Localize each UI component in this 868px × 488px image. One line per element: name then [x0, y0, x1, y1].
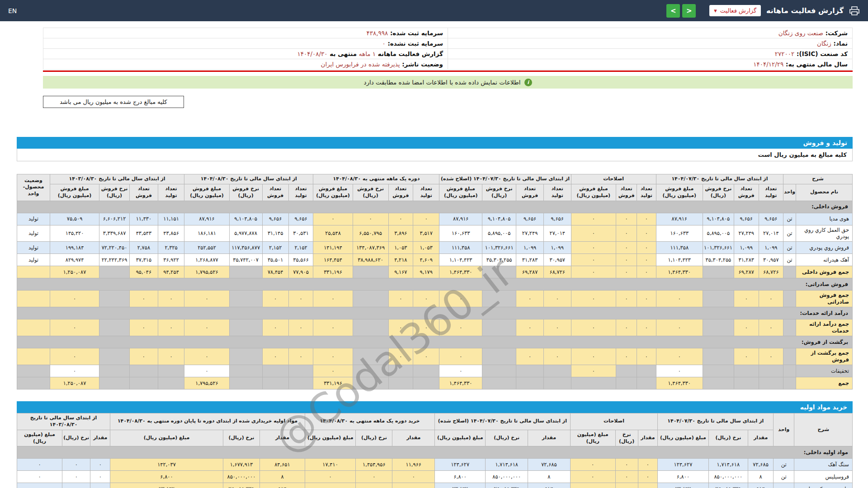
value-cell: ۴,۲۱۸ [388, 254, 413, 266]
column-header: تعداد فروش [388, 184, 413, 201]
column-header: تعداد فروش [129, 184, 158, 201]
report-type-label: گزارش فعالیت [720, 7, 756, 14]
column-header: تعداد تولید [158, 184, 184, 201]
column-header: مبلغ فروش (میلیون ریال) [50, 184, 99, 201]
value-cell [482, 266, 516, 278]
value-cell: ۰ [313, 213, 353, 225]
value-cell: ۹,۶۵۶ [759, 213, 783, 225]
language-toggle[interactable]: EN [8, 7, 17, 14]
value-cell: ۰ [571, 348, 616, 365]
table-row: مواد اولیه داخلی: [17, 446, 853, 459]
company-cell: گزارش فعالیت ماهانه ۱ ماهه منتهی به ۱۴۰۴… [43, 49, 448, 59]
row-label: ماده معدنی کم عیار [794, 483, 853, 488]
value-cell: ۰ [439, 348, 482, 365]
company-row: سال مالی منتهی به: ۱۴۰۴/۱۲/۲۹وضعیت ناشر:… [43, 59, 853, 70]
value-cell: ۷۲,۲۲۰,۴۵۰ [99, 242, 130, 254]
value-cell: ۱,۴۶۴,۳۳۰ [656, 377, 703, 389]
printer-icon[interactable] [849, 6, 860, 16]
value-cell: ۶۹,۲۸۷ [516, 266, 544, 278]
unit-cell: تن [774, 483, 794, 488]
status-cell [17, 365, 50, 377]
value-cell [413, 365, 439, 377]
value-cell: ۲۷,۲۴۹ [734, 225, 759, 242]
value-cell: ۹,۶۵۶ [543, 213, 571, 225]
value-cell: ۲۳,۸۴۲ [435, 483, 486, 488]
page-title: گزارش فعالیت ماهانه [766, 6, 844, 15]
unit-cell: تن [783, 225, 796, 242]
value-cell [637, 365, 656, 377]
column-header: شرح [794, 413, 853, 446]
value-cell [129, 377, 158, 389]
company-cell: سال مالی منتهی به: ۱۴۰۴/۱۲/۲۹ [448, 59, 853, 70]
value-cell [229, 291, 262, 307]
column-header: اصلاحات [571, 174, 656, 184]
value-cell: ۱۹۹,۱۸۴ [50, 242, 99, 254]
value-cell: ۰ [570, 471, 615, 483]
value-cell: ۱۷,۴۱۰ [305, 459, 355, 471]
value-cell: ۰ [734, 319, 759, 336]
field-value: ۴۳۸,۹۹۸ [366, 29, 388, 37]
column-header: وضعیت محصول-واحد [17, 174, 50, 201]
value-cell: ۰ [543, 319, 571, 336]
value-cell: ۰ [62, 471, 90, 483]
materials-table-container: شرحواحداز ابتدای سال مالی تا تاریخ ۱۴۰۴/… [17, 413, 853, 488]
value-cell: ۰ [62, 483, 90, 488]
value-cell [353, 377, 388, 389]
value-cell: ۱۱۱,۳۵۸ [656, 242, 703, 254]
table-row: فروش روي پودريتن۱,۰۹۹۱,۰۹۹۱۰۱,۳۲۶,۶۶۱۱۱۱… [17, 242, 853, 254]
unit-cell: تن [783, 242, 796, 254]
chevron-right-button[interactable]: > [682, 4, 696, 18]
unit-cell [783, 266, 796, 278]
value-cell: ۶,۵۵۰,۷۹۵ [353, 225, 388, 242]
value-cell: ۰ [158, 319, 184, 336]
value-cell: ۱,۰۹۹ [734, 242, 759, 254]
value-cell: ۶,۸۰۰ [110, 471, 223, 483]
value-cell: ۰ [759, 348, 783, 365]
value-cell: ۰ [616, 291, 637, 307]
status-cell [17, 348, 50, 365]
unit-cell [783, 291, 796, 307]
column-header: مقدار [90, 430, 110, 446]
column-header: تعداد تولید [543, 184, 571, 201]
field-value: ۱ ماهه [359, 50, 376, 57]
value-cell: ۹,۶۵۶ [262, 213, 288, 225]
value-cell [759, 365, 783, 377]
value-cell [759, 377, 783, 389]
value-cell: ۰ [516, 319, 544, 336]
unit-cell [783, 348, 796, 365]
value-cell: ۰ [388, 213, 413, 225]
status-cell: تولید [17, 225, 50, 242]
value-cell: ۳۰,۵۳۱ [288, 225, 313, 242]
column-header: مقدار [528, 430, 571, 446]
value-cell: ۰ [616, 242, 637, 254]
column-header: مبلغ (میلیون ریال) [17, 430, 62, 446]
value-cell: ۰ [570, 459, 615, 471]
production-table-container: شرحاز ابتدای سال مالی تا تاریخ ۱۴۰۴/۰۷/۳… [17, 174, 853, 389]
table-row: تخفیفات۰۰۰۰۰۰ [17, 365, 853, 377]
value-cell: ۰ [413, 319, 439, 336]
value-cell [571, 377, 616, 389]
column-header: نرخ فروش (ریال) [353, 184, 388, 201]
value-cell: ۰ [50, 365, 99, 377]
value-cell: ۱,۴۶۴,۳۳۰ [439, 266, 482, 278]
company-row: کد صنعت (ISIC): ۲۷۲۰۰۲گزارش فعالیت ماهان… [43, 49, 853, 59]
field-label: کد صنعت (ISIC): [794, 50, 848, 57]
value-cell: ۰ [637, 291, 656, 307]
value-cell: ۲,۷۵۸ [129, 242, 158, 254]
section-row-label: فروش داخلی: [17, 201, 853, 213]
value-cell: ۰ [571, 213, 616, 225]
report-type-dropdown[interactable]: گزارش فعالیت ▾ [709, 5, 761, 16]
value-cell: ۰ [571, 266, 616, 278]
value-cell: ۱۴۱,۱۹۴ [313, 242, 353, 254]
value-cell: ۱,۰۵۳ [388, 242, 413, 254]
value-cell: ۱۸۶,۱۸۱ [184, 225, 230, 242]
row-label: تخفیفات [796, 365, 853, 377]
chevron-left-button[interactable]: < [666, 4, 680, 18]
row-label: سنگ آهک [794, 459, 853, 471]
value-cell: ۱۳۴,۰۸۷,۳۶۹ [353, 242, 388, 254]
value-cell: ۲,۱۵۲ [288, 242, 313, 254]
value-cell: ۱۰۱,۳۲۶,۶۶۱ [482, 242, 516, 254]
value-cell: ۰ [439, 319, 482, 336]
value-cell: ۱۱۷,۳۵۶,۸۷۷ [229, 242, 262, 254]
field-label: سال مالی منتهی به: [783, 61, 848, 68]
